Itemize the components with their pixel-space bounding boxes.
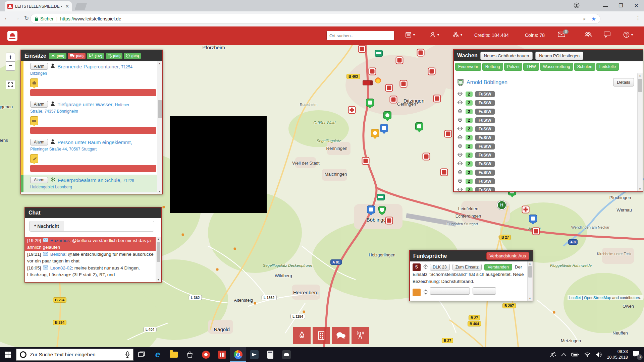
locate-icon[interactable] (423, 289, 428, 295)
map-marker[interactable] (380, 124, 388, 132)
vehicle-type-badge[interactable]: FuStW (475, 187, 495, 191)
alarm-button[interactable]: Alarm (30, 63, 48, 70)
pm-envelope-icon[interactable] (43, 265, 48, 270)
stations-scrollbar[interactable] (637, 73, 643, 191)
map-marker[interactable] (362, 157, 370, 165)
locate-icon[interactable] (457, 100, 463, 107)
mission-entry[interactable]: AlarmFeuerprobealarm an Schule, 71229Hal… (21, 175, 162, 192)
mission-counter-siren[interactable]: (0/8) (49, 53, 66, 59)
taskbar-clock[interactable]: 09:33 10.05.2018 (607, 349, 628, 360)
map-marker[interactable] (378, 206, 386, 215)
map-marker[interactable] (375, 50, 383, 57)
radio-button[interactable] (352, 327, 369, 344)
alarm-button[interactable]: Alarm (30, 139, 48, 145)
filter-polizei[interactable]: Polizei (504, 63, 523, 71)
map-marker[interactable] (366, 99, 374, 107)
acknowledge-button[interactable]: Verstanden (484, 264, 512, 270)
zoom-page-icon[interactable]: ⌕ (583, 16, 586, 22)
vehicle-type-badge[interactable]: FuStW (475, 143, 495, 149)
mission-entry[interactable]: AlarmBrennende Papiercontainer, 71254Dit… (21, 61, 162, 99)
map-marker[interactable] (440, 169, 448, 176)
fire-missions-button[interactable] (293, 327, 311, 344)
map-marker[interactable] (375, 77, 381, 83)
browser-menu-icon[interactable]: ⋮ (635, 15, 641, 21)
locate-icon[interactable] (457, 108, 463, 115)
map-marker[interactable]: H (497, 200, 506, 210)
map-marker[interactable] (234, 248, 236, 250)
back-icon[interactable]: ← (4, 15, 10, 21)
map-marker[interactable] (444, 130, 452, 138)
taskbar-app-telegram[interactable] (246, 347, 262, 362)
filter-thw[interactable]: THW (523, 63, 539, 71)
battery-icon[interactable] (571, 352, 579, 357)
alarm-button[interactable]: Alarm (30, 177, 48, 183)
map-marker[interactable] (367, 205, 375, 214)
map-marker[interactable] (529, 215, 537, 223)
map-marker[interactable] (363, 80, 373, 85)
vehicle-type-badge[interactable]: FuStW (475, 109, 495, 115)
tab-close-icon[interactable]: ✕ (65, 4, 69, 9)
map-marker[interactable] (385, 84, 393, 92)
station-details-button[interactable]: Details (613, 78, 634, 86)
locate-icon[interactable] (457, 134, 463, 141)
chevron-up-icon[interactable] (561, 353, 567, 356)
action-center[interactable]: 3 (633, 351, 640, 359)
map-marker[interactable] (423, 153, 430, 161)
taskbar-app-red-circle[interactable] (198, 347, 214, 362)
maximize-button[interactable]: ❐ (613, 3, 629, 9)
vehicle-type-badge[interactable]: FuStW (475, 126, 495, 132)
zoom-in-button[interactable]: + (6, 53, 15, 62)
vehicle-type-badge[interactable]: FuStW (475, 117, 495, 123)
pm-envelope-icon[interactable] (43, 252, 48, 257)
browser-tab[interactable]: LEITSTELLENSPIEL.DE - ba ✕ (5, 1, 72, 11)
mission-counter-calclock[interactable]: (0/0) (106, 53, 123, 59)
map-marker[interactable] (400, 80, 408, 88)
place-search-input[interactable] (326, 31, 394, 40)
map-marker[interactable] (428, 68, 436, 75)
map-marker[interactable] (383, 111, 391, 119)
map-marker[interactable] (522, 206, 530, 214)
taskbar-app-store[interactable] (182, 347, 198, 362)
osm-link[interactable]: OpenStreetMap (584, 296, 611, 300)
microphone-icon[interactable] (125, 351, 130, 358)
message-user-link[interactable]: Bellona (49, 252, 65, 257)
map-marker[interactable] (396, 57, 404, 64)
chat-menu[interactable] (604, 32, 610, 38)
filter-feuerwehr[interactable]: Feuerwehr (455, 63, 481, 71)
build-building-button[interactable]: Neues Gebäude bauen (480, 52, 533, 60)
map-marker[interactable] (532, 228, 540, 235)
tasks-menu[interactable]: ▾ (405, 32, 415, 38)
map-marker[interactable] (216, 268, 219, 271)
map-marker[interactable] (303, 311, 305, 313)
map-marker[interactable] (254, 302, 256, 305)
locate-icon[interactable] (457, 91, 463, 98)
radio-vehicle-button[interactable]: DLK 23 (430, 264, 450, 270)
start-button[interactable] (0, 347, 16, 362)
reload-icon[interactable]: ↻ (24, 15, 29, 22)
vehicle-type-badge[interactable]: FuStW (475, 91, 495, 97)
vehicle-type-badge[interactable]: FuStW (475, 152, 495, 158)
locate-icon[interactable] (457, 187, 463, 192)
radio-button-2[interactable] (473, 287, 496, 295)
zoom-out-button[interactable]: − (6, 62, 15, 71)
fullscreen-button[interactable] (6, 80, 15, 89)
message-user-link[interactable]: Leon82-02 (49, 265, 72, 270)
set-poi-button[interactable]: Neuen POI festlegen (535, 52, 583, 60)
alliance-menu[interactable]: ▾ (452, 32, 462, 38)
bookmark-star-icon[interactable]: ★ (591, 16, 596, 22)
map-marker[interactable] (358, 45, 366, 53)
mission-title-link[interactable]: Person unter Baum eingeklemmt, (57, 139, 132, 145)
secure-indicator[interactable]: Sicher (35, 16, 54, 21)
locate-icon[interactable] (457, 178, 463, 185)
taskbar-app-explorer[interactable] (166, 347, 182, 362)
browser-profile-icon[interactable] (569, 2, 584, 9)
taskbar-search[interactable]: Zur Suche Text hier eingeben (16, 349, 133, 361)
alliance-radio-toggle[interactable]: Verbandsfunk: Aus (486, 252, 529, 260)
map-marker[interactable] (163, 206, 165, 208)
taskbar-app-chrome[interactable] (230, 347, 246, 362)
to-mission-button[interactable]: Zum Einsatz (452, 264, 482, 270)
mission-title-link[interactable]: Tiefgarage unter Wasser, Hofener (57, 102, 129, 107)
map-marker[interactable] (417, 49, 425, 57)
filter-leitstelle[interactable]: Leitstelle (596, 63, 619, 71)
map-marker[interactable] (553, 311, 555, 314)
